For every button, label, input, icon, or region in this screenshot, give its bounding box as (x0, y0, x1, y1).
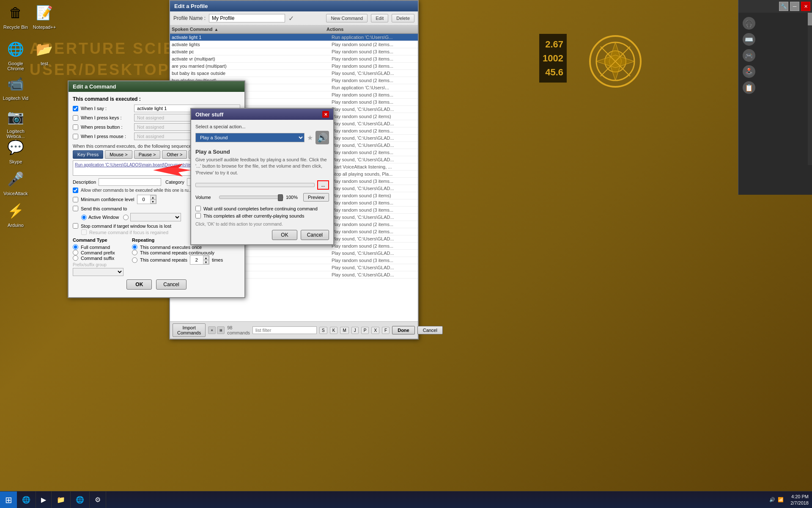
table-row[interactable]: activate lights Play random sound (2 ite… (170, 41, 418, 48)
taskbar-chrome-taskbar[interactable]: 🌐 (71, 491, 90, 508)
filter-f-btn[interactable]: F (382, 327, 390, 334)
va-side-scrollbar[interactable] (808, 13, 812, 165)
stop-focus-checkbox[interactable] (73, 223, 78, 229)
play-sound-heading: Play a Sound (195, 149, 329, 155)
repeat-arrows: ▲ ▼ (203, 256, 209, 264)
when-press-mouse-checkbox[interactable] (73, 134, 78, 139)
table-row[interactable]: activate pc Play random sound (3 items..… (170, 48, 418, 55)
prefix-suffix-select[interactable] (73, 268, 123, 276)
taskbar-media[interactable]: ▶ (36, 491, 52, 508)
done-button[interactable]: Done (392, 326, 415, 334)
desktop-icon-test[interactable]: 📂 test (30, 37, 59, 68)
mouse-button[interactable]: Mouse > (105, 150, 132, 159)
edit-profile-footer: Import Commands ≡ ⊞ 98 commands S K M J … (170, 321, 418, 339)
full-command-radio[interactable] (73, 244, 78, 250)
desktop-icon-logitech-vid[interactable]: 📹 Logitech Vid (1, 72, 30, 102)
table-row[interactable]: but baby its space outside Play sound, '… (170, 70, 418, 77)
volume-slider-handle[interactable] (278, 194, 283, 201)
other-stuff-cancel-button[interactable]: Cancel (301, 230, 329, 240)
repeat-up-arrow[interactable]: ▲ (203, 256, 209, 260)
taskbar-folder[interactable]: 📁 (52, 491, 71, 508)
delete-button[interactable]: Delete (392, 14, 414, 22)
pause-button[interactable]: Pause > (134, 150, 161, 159)
target-window-select[interactable] (130, 213, 181, 221)
repeat-down-arrow[interactable]: ▼ (203, 260, 209, 264)
this-command-repeats-radio[interactable] (132, 257, 137, 263)
completes-all-checkbox[interactable] (195, 213, 201, 218)
import-commands-button[interactable]: Import Commands (173, 323, 206, 337)
min-confidence-stepper[interactable]: ▲ ▼ (137, 195, 156, 204)
grid-icon[interactable]: ⊞ (217, 326, 225, 334)
active-window-radio[interactable] (81, 215, 87, 220)
executes-once-radio[interactable] (132, 244, 137, 250)
keyboard-icon-row[interactable]: ⌨️ (743, 33, 808, 46)
key-press-button[interactable]: Key Press (73, 150, 103, 159)
table-row[interactable]: activate light 1 Run application 'C:\Use… (170, 34, 418, 41)
cancel-profile-button[interactable]: Cancel (417, 326, 443, 334)
filter-p-btn[interactable]: P (361, 327, 369, 334)
close-icon[interactable]: ✕ (801, 2, 810, 11)
desktop-icon-notepad[interactable]: 📝 Notepad++ (30, 1, 59, 31)
wait-until-checkbox[interactable] (195, 206, 201, 211)
list-filter-input[interactable] (252, 326, 317, 334)
filter-k-btn[interactable]: K (330, 327, 338, 334)
send-to-checkbox[interactable] (73, 206, 78, 211)
network-tray-icon[interactable]: 📶 (778, 497, 784, 502)
taskbar-ie[interactable]: 🌐 (17, 491, 36, 508)
edit-command-cancel-button[interactable]: Cancel (156, 279, 186, 290)
min-confidence-value[interactable] (137, 196, 150, 203)
desktop-icon-chrome[interactable]: 🌐 Google Chrome (1, 37, 30, 73)
preview-button[interactable]: Preview (303, 193, 329, 202)
filter-j-btn[interactable]: J (351, 327, 359, 334)
list-icon[interactable]: ≡ (208, 326, 216, 334)
wrench-icon[interactable]: 🔧 (779, 2, 788, 11)
new-command-button[interactable]: New Command (326, 14, 368, 22)
when-press-button-checkbox[interactable] (73, 124, 78, 130)
logitech-webcam-icon: 📷 (5, 107, 26, 127)
table-row[interactable]: activate vr (multipart) Play random soun… (170, 55, 418, 63)
profile-name-input[interactable] (209, 14, 285, 22)
filter-s-btn[interactable]: S (319, 327, 327, 334)
star-icon[interactable]: ★ (307, 134, 313, 142)
table-row[interactable]: are you married (multipart) Play random … (170, 63, 418, 70)
allow-others-checkbox[interactable] (73, 188, 78, 193)
file-browse-button[interactable]: ... (317, 180, 329, 190)
clipboard-icon-row[interactable]: 📋 (743, 81, 808, 94)
repeat-times-stepper[interactable]: ▲ ▼ (190, 255, 209, 265)
desktop-icon-voiceattack[interactable]: 🎤 VoiceAttack (1, 167, 30, 198)
action-dropdown[interactable]: Play a Sound (195, 133, 304, 142)
command-prefix-radio[interactable] (73, 250, 78, 255)
minimize-icon[interactable]: ─ (790, 2, 799, 11)
confidence-up-arrow[interactable]: ▲ (150, 195, 156, 199)
description-input[interactable] (99, 178, 161, 186)
actions-cell: Play sound, 'C:\Users\GLAD... (332, 157, 416, 162)
filter-m-btn[interactable]: M (340, 327, 348, 334)
headphone-icon-row[interactable]: 🎧 (743, 17, 808, 30)
when-i-say-checkbox[interactable] (73, 106, 78, 111)
edit-command-ok-button[interactable]: OK (126, 279, 152, 290)
repeats-continuously-radio[interactable] (132, 250, 137, 255)
desktop-icon-skype[interactable]: 💬 Skype (1, 135, 30, 166)
taskbar-settings[interactable]: ⚙ (90, 491, 106, 508)
desktop-icon-recycle-bin[interactable]: 🗑 Recycle Bin (1, 1, 30, 31)
confidence-down-arrow[interactable]: ▼ (150, 199, 156, 204)
other-button[interactable]: Other > (162, 150, 187, 159)
desktop-icon-arduino[interactable]: ⚡ Arduino (1, 199, 30, 229)
filter-x-btn[interactable]: X (371, 327, 379, 334)
gamepad-icon-row[interactable]: 🎮 (743, 49, 808, 62)
confidence-arrows: ▲ ▼ (150, 195, 156, 204)
volume-slider-track[interactable] (219, 196, 283, 199)
command-suffix-radio[interactable] (73, 255, 78, 261)
repeat-times-value[interactable] (190, 257, 203, 263)
other-window-radio[interactable] (123, 215, 129, 220)
other-stuff-ok-button[interactable]: OK (272, 230, 297, 240)
edit-button[interactable]: Edit (371, 14, 388, 22)
other-stuff-close-icon[interactable]: ✕ (322, 111, 329, 118)
min-confidence-checkbox[interactable] (73, 197, 78, 202)
volume-tray-icon[interactable]: 🔊 (769, 497, 775, 502)
joystick-icon-row[interactable]: 🕹️ (743, 65, 808, 78)
actions-cell: Play sound, 'C:\Users\GLAD... (332, 135, 416, 141)
when-press-keys-checkbox[interactable] (73, 115, 78, 121)
va-side-scrollbar-thumb[interactable] (808, 13, 812, 25)
start-button[interactable]: ⊞ (0, 491, 17, 508)
